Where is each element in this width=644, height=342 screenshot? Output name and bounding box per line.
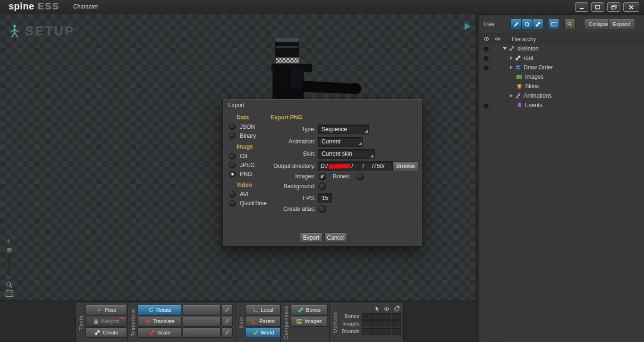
pose-tool-button[interactable]: Pose — [85, 305, 127, 315]
images-folder-icon — [516, 74, 523, 80]
visibility-dot-skeleton[interactable] — [483, 47, 489, 52]
export-button[interactable]: Export — [300, 233, 322, 242]
link-icon[interactable] — [494, 36, 501, 42]
zoom-slider-handle[interactable] — [6, 247, 12, 253]
axis-local-button[interactable]: Local — [246, 305, 280, 315]
options-images-select-cell[interactable] — [362, 320, 372, 327]
tree-item-root[interactable]: root — [503, 53, 534, 63]
options-section: Options Bones Images Bounds — [329, 303, 404, 342]
create-tool-button[interactable]: Create — [85, 327, 127, 338]
options-bones-name-cell[interactable] — [382, 313, 391, 320]
minimize-button[interactable] — [575, 2, 588, 12]
settings-magnifier-icon — [567, 21, 573, 27]
options-bones-extra-cell[interactable] — [392, 313, 401, 320]
options-bounds-name-cell[interactable] — [382, 328, 391, 335]
check-glyph: ✓ — [320, 174, 324, 180]
type-dropdown[interactable]: Sequence — [318, 125, 369, 134]
compensate-images-button[interactable]: Images — [290, 316, 328, 326]
visibility-dot-root[interactable] — [483, 56, 489, 61]
background-checkbox[interactable] — [318, 183, 326, 191]
image-icon — [296, 318, 303, 325]
zoom-magnifier-icon[interactable] — [6, 281, 13, 289]
parent-label: Parent — [259, 318, 274, 324]
options-bones-visible-cell[interactable] — [372, 313, 381, 320]
options-bounds-extra-cell[interactable] — [392, 328, 401, 335]
dialog-title-divider — [223, 111, 422, 111]
tree-columns-header: Hierarchy — [479, 33, 644, 44]
tree-item-draw-order[interactable]: Draw Order — [503, 63, 553, 72]
browse-button[interactable]: Browse — [393, 161, 418, 171]
options-bounds-select-cell[interactable] — [362, 328, 372, 335]
fit-view-icon[interactable] — [5, 290, 14, 297]
axis-parent-button[interactable]: Parent — [246, 316, 280, 326]
tree-image-toggle-button[interactable] — [548, 19, 559, 29]
skins-icon — [516, 83, 523, 90]
logo-orange-dot — [20, 2, 23, 4]
tag-icon — [394, 306, 400, 312]
background-row: Background: — [232, 182, 326, 191]
compensate-section: Compensate Bones Images — [280, 303, 330, 342]
spine-logo: spıneESS — [8, 1, 59, 12]
tree-settings-button[interactable] — [564, 19, 576, 29]
tree-item-skeleton[interactable]: skeleton — [503, 44, 539, 53]
scale-tool-button[interactable]: Scale — [137, 327, 182, 338]
scale-flag-button[interactable] — [221, 327, 233, 338]
compensate-section-label: Compensate — [283, 305, 289, 341]
restore-button[interactable] — [607, 2, 620, 12]
zoom-in-button[interactable]: + — [6, 238, 10, 243]
rotate-tool-button[interactable]: Rotate — [137, 305, 182, 315]
translate-icon — [144, 318, 151, 325]
tree-slot-toggle-button[interactable] — [521, 19, 533, 29]
close-button[interactable] — [623, 2, 639, 12]
translate-tool-button[interactable]: Translate — [137, 316, 182, 326]
tools-section-label: Tools — [78, 305, 84, 341]
translate-aux-button[interactable] — [183, 316, 220, 326]
weights-tool-button[interactable]: Weights PRO — [85, 316, 127, 326]
create-atlas-checkbox[interactable] — [318, 205, 326, 213]
tree-item-images[interactable]: Images — [503, 72, 543, 82]
fps-input[interactable]: 15 — [318, 193, 332, 203]
skin-dropdown[interactable]: Current skin — [318, 149, 375, 159]
tree-item-events[interactable]: Events — [503, 100, 542, 110]
maximize-button[interactable] — [591, 2, 604, 12]
playback-toggle-button[interactable] — [465, 23, 471, 30]
expand-button[interactable]: Expand — [608, 19, 635, 29]
options-images-name-cell[interactable] — [382, 320, 391, 327]
zoom-out-button[interactable]: − — [6, 274, 10, 280]
tree-draw-toggle-button[interactable] — [510, 19, 522, 29]
scale-aux-button[interactable] — [183, 327, 220, 338]
tree-bone-toggle-button[interactable] — [532, 19, 543, 29]
visibility-dot-events[interactable] — [483, 103, 489, 108]
disclosure-collapsed-icon[interactable] — [510, 56, 513, 60]
scale-icon — [149, 329, 155, 336]
visibility-eye-icon[interactable] — [483, 36, 490, 42]
options-images-extra-cell[interactable] — [392, 320, 401, 327]
tree-item-skins[interactable]: Skins — [503, 82, 539, 91]
compensate-bones-button[interactable]: Bones — [290, 305, 328, 315]
output-directory-row: Output directory: D:// / /750/ Browse — [232, 161, 418, 171]
translate-flag-button[interactable] — [221, 316, 233, 326]
visibility-dot-draw-order[interactable] — [483, 66, 489, 71]
disclosure-collapsed-icon[interactable] — [510, 66, 513, 69]
axis-world-button[interactable]: World — [246, 327, 280, 338]
rotate-flag-button[interactable] — [221, 305, 233, 315]
options-bones-select-cell[interactable] — [362, 313, 372, 320]
options-images-visible-cell[interactable] — [372, 320, 381, 327]
tree-item-animations[interactable]: Animations — [503, 91, 551, 100]
options-bounds-visible-cell[interactable] — [372, 328, 381, 335]
cancel-button[interactable]: Cancel — [324, 233, 347, 242]
type-value: Sequence — [322, 126, 347, 133]
tree-panel-title: Tree — [483, 15, 494, 33]
skin-label: Skin: — [232, 150, 315, 157]
rotate-aux-button[interactable] — [183, 305, 220, 315]
disclosure-collapsed-icon[interactable] — [510, 94, 513, 98]
bones-checkbox[interactable] — [356, 173, 364, 181]
tab-character[interactable]: Character — [69, 0, 102, 14]
pencil-icon — [513, 21, 519, 27]
disclosure-expanded-icon[interactable] — [503, 47, 507, 50]
animation-dropdown[interactable]: Current — [318, 137, 363, 147]
world-label: World — [261, 330, 274, 335]
images-checkbox-checked[interactable]: ✓ — [318, 173, 326, 181]
output-directory-field[interactable]: D:// / /750/ — [318, 161, 393, 171]
browse-label: Browse — [396, 163, 415, 169]
